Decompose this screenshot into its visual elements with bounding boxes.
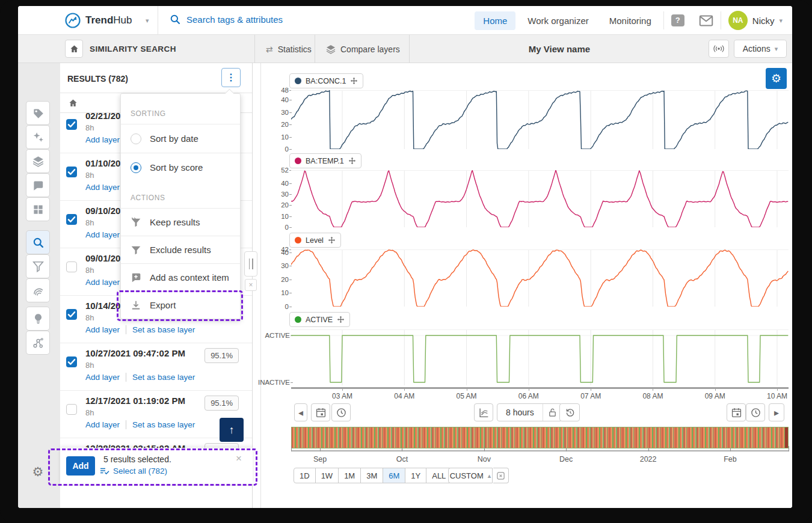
sidebar-filter-icon[interactable] bbox=[26, 254, 50, 278]
legend-ba-conc-1[interactable]: BA:CONC.1 bbox=[289, 73, 363, 88]
add-layer-link[interactable]: Add layer bbox=[85, 373, 120, 382]
panel-resize-handle[interactable] bbox=[244, 251, 257, 277]
add-layer-link[interactable]: Add layer bbox=[85, 278, 120, 287]
sidebar-dashboard-icon[interactable] bbox=[26, 197, 50, 221]
actions-button[interactable]: Actions ▾ bbox=[734, 40, 787, 58]
add-layer-link[interactable]: Add layer bbox=[85, 183, 120, 192]
time-span-value[interactable]: 8 hours bbox=[497, 408, 543, 417]
result-checkbox[interactable] bbox=[66, 309, 77, 320]
set-base-layer-link[interactable]: Set as base layer bbox=[132, 420, 195, 429]
compare-trends-icon[interactable] bbox=[474, 403, 493, 421]
sidebar-search-icon[interactable] bbox=[26, 230, 50, 254]
result-checkbox[interactable] bbox=[66, 356, 77, 367]
range-button-1y[interactable]: 1Y bbox=[405, 468, 426, 483]
trendhub-logo-icon[interactable] bbox=[65, 13, 81, 28]
range-button-6m[interactable]: 6M bbox=[383, 468, 405, 483]
menu-item-exclude-results[interactable]: Exclude results bbox=[121, 236, 240, 263]
mail-icon[interactable] bbox=[692, 6, 721, 35]
layers-icon bbox=[326, 44, 336, 54]
calendar-end-icon[interactable] bbox=[727, 403, 746, 421]
overview-tick bbox=[730, 448, 731, 451]
tab-compare-layers[interactable]: Compare layers bbox=[315, 35, 411, 63]
sidebar-layers-icon[interactable] bbox=[26, 149, 50, 173]
pan-left-icon[interactable]: ◂ bbox=[294, 403, 307, 421]
sidebar-tag-icon[interactable] bbox=[26, 101, 50, 125]
menu-item-add-as-context-item[interactable]: Add as context item bbox=[121, 263, 240, 291]
move-icon[interactable] bbox=[328, 236, 336, 244]
home-button[interactable] bbox=[65, 40, 83, 58]
menu-item-export[interactable]: Export bbox=[121, 291, 240, 319]
calendar-start-icon[interactable] bbox=[311, 403, 330, 421]
radio-icon[interactable] bbox=[131, 162, 141, 173]
sidebar-fingerprint-icon[interactable] bbox=[26, 278, 50, 302]
set-base-layer-link[interactable]: Set as base layer bbox=[132, 373, 195, 382]
range-button-1w[interactable]: 1W bbox=[315, 468, 339, 483]
result-checkbox[interactable] bbox=[66, 119, 77, 130]
add-layer-link[interactable]: Add layer bbox=[85, 230, 120, 239]
range-button-1d[interactable]: 1D bbox=[294, 468, 316, 483]
strip-end-handle[interactable] bbox=[785, 427, 788, 448]
overview-tick bbox=[648, 448, 649, 451]
view-name: My View name bbox=[505, 44, 614, 54]
help-icon[interactable]: ? bbox=[664, 6, 692, 35]
clock-start-icon[interactable] bbox=[331, 403, 351, 421]
move-icon[interactable] bbox=[350, 77, 358, 85]
panel-collapse-icon[interactable]: × bbox=[245, 279, 257, 291]
plot-level[interactable] bbox=[291, 249, 789, 307]
add-button[interactable]: Add bbox=[66, 456, 95, 476]
plot-ba-conc-1[interactable] bbox=[291, 90, 789, 149]
sidebar-settings-gear-icon[interactable]: ⚙ bbox=[26, 460, 50, 484]
menu-item-keep-results[interactable]: Keep results bbox=[121, 208, 240, 236]
sidebar-graph-nodes-icon[interactable] bbox=[26, 331, 50, 355]
legend-level[interactable]: Level bbox=[289, 233, 341, 248]
global-search-input[interactable]: Search tags & attributes bbox=[170, 14, 283, 25]
history-icon[interactable] bbox=[559, 403, 580, 421]
plot-active[interactable] bbox=[291, 329, 789, 385]
result-checkbox[interactable] bbox=[66, 404, 77, 415]
tab-statistics[interactable]: ⇄ Statistics bbox=[255, 35, 322, 63]
result-checkbox[interactable] bbox=[66, 167, 77, 177]
x-tick-label: 10 AM bbox=[761, 392, 792, 400]
add-layer-link[interactable]: Add layer bbox=[85, 420, 120, 429]
pan-right-icon[interactable]: ▸ bbox=[769, 403, 784, 421]
context-overview-strip[interactable] bbox=[291, 427, 789, 448]
result-checkbox[interactable] bbox=[66, 262, 77, 272]
select-all-link[interactable]: Select all (782) bbox=[100, 466, 167, 476]
add-layer-link[interactable]: Add layer bbox=[85, 325, 120, 334]
menu-item-sort-by-score[interactable]: Sort by score bbox=[121, 153, 240, 182]
clock-end-icon[interactable] bbox=[746, 403, 765, 421]
legend-ba-temp-1[interactable]: BA:TEMP.1 bbox=[289, 153, 361, 168]
results-menu-button[interactable]: ⋮ bbox=[221, 68, 241, 87]
sidebar-sparkles-icon[interactable] bbox=[26, 125, 50, 149]
nav-work-organizer[interactable]: Work organizer bbox=[519, 11, 597, 30]
plot-ba-temp-1[interactable] bbox=[291, 170, 789, 227]
result-date: 12/17/2021 01:19:02 PM bbox=[85, 396, 185, 406]
result-row: 10/27/2021 09:47:02 PM8hAdd layerSet as … bbox=[60, 343, 252, 391]
x-tick-label: 08 AM bbox=[637, 392, 668, 400]
set-base-layer-link[interactable]: Set as base layer bbox=[132, 325, 195, 334]
sidebar-comment-icon[interactable] bbox=[26, 173, 50, 197]
scroll-to-top-button[interactable]: ↑ bbox=[220, 418, 244, 442]
clear-custom-icon[interactable] bbox=[493, 468, 509, 483]
broadcast-icon[interactable] bbox=[709, 40, 729, 58]
range-button-1m[interactable]: 1M bbox=[338, 468, 361, 483]
x-tick-label: 03 AM bbox=[327, 392, 358, 400]
legend-active[interactable]: ACTIVE bbox=[289, 312, 350, 327]
custom-range-button[interactable]: CUSTOM ▴ bbox=[448, 468, 493, 483]
home-column-icon[interactable] bbox=[69, 99, 78, 107]
logo-caret-icon[interactable]: ▾ bbox=[146, 17, 149, 25]
result-checkbox[interactable] bbox=[66, 214, 77, 225]
nav-home[interactable]: Home bbox=[475, 11, 515, 30]
nav-monitoring[interactable]: Monitoring bbox=[601, 11, 660, 30]
user-menu[interactable]: NA Nicky ▾ bbox=[721, 11, 792, 30]
move-icon[interactable] bbox=[348, 157, 356, 165]
range-button-3m[interactable]: 3M bbox=[360, 468, 383, 483]
add-layer-link[interactable]: Add layer bbox=[85, 135, 120, 144]
chart-settings-gear-icon[interactable]: ⚙ bbox=[766, 68, 787, 89]
radio-icon[interactable] bbox=[131, 133, 141, 144]
move-icon[interactable] bbox=[337, 316, 345, 323]
menu-item-sort-by-date[interactable]: Sort by date bbox=[121, 124, 240, 153]
sidebar-lightbulb-icon[interactable] bbox=[26, 307, 50, 331]
close-icon[interactable]: × bbox=[236, 453, 242, 465]
lock-open-icon[interactable] bbox=[543, 404, 562, 421]
